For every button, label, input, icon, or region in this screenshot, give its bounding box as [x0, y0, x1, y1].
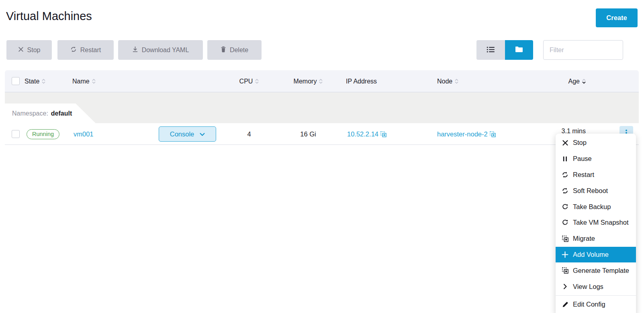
backup-icon	[561, 219, 569, 226]
delete-button-label: Delete	[230, 47, 248, 54]
menu-item-add-volume[interactable]: Add Volume	[556, 247, 636, 263]
vm-name-link[interactable]: vm001	[74, 130, 94, 138]
list-icon	[487, 46, 495, 54]
name-cell: vm001	[74, 123, 94, 145]
ip-address-link[interactable]: 10.52.2.14	[347, 130, 378, 138]
page-title: Virtual Machines	[6, 10, 92, 23]
chevron-down-icon	[200, 130, 205, 138]
node-cell: harvester-node-2	[437, 123, 496, 145]
select-all-checkbox[interactable]	[12, 77, 20, 85]
column-header-cpu[interactable]: CPU	[229, 70, 269, 92]
column-header-memory[interactable]: Memory	[286, 70, 330, 92]
cpu-cell: 4	[229, 123, 269, 145]
delete-button[interactable]: Delete	[207, 40, 262, 60]
restart-button-label: Restart	[80, 47, 101, 54]
state-cell: Running	[27, 123, 59, 145]
menu-item-stop[interactable]: Stop	[556, 135, 636, 151]
sort-icon	[92, 79, 96, 84]
sort-icon	[455, 79, 458, 84]
namespace-value: default	[51, 110, 72, 117]
view-mode-toggle	[476, 40, 533, 60]
sort-icon-desc	[582, 79, 586, 84]
ip-cell: 10.52.2.14	[347, 123, 386, 145]
stop-button[interactable]: Stop	[6, 40, 52, 60]
x-icon	[18, 47, 24, 54]
status-badge: Running	[27, 129, 59, 139]
sort-icon	[42, 79, 45, 84]
menu-item-view-logs[interactable]: View Logs	[556, 278, 636, 295]
row-checkbox[interactable]	[12, 130, 20, 138]
node-link[interactable]: harvester-node-2	[437, 130, 488, 138]
backup-icon	[561, 203, 569, 210]
menu-item-generate-template[interactable]: Generate Template	[556, 262, 636, 278]
download-icon	[132, 46, 138, 54]
refresh-icon	[70, 46, 77, 54]
filter-input[interactable]	[543, 40, 623, 60]
console-button-label: Console	[170, 130, 194, 138]
menu-item-soft-reboot[interactable]: Soft Reboot	[556, 183, 636, 199]
pause-icon	[561, 156, 569, 162]
column-header-ip-address: IP Address	[346, 70, 377, 92]
sort-icon	[319, 79, 323, 84]
download-yaml-button-label: Download YAML	[142, 47, 189, 54]
column-header-age[interactable]: Age	[522, 70, 586, 92]
refresh-icon	[561, 171, 569, 178]
menu-item-take-vm-snapshot[interactable]: Take VM Snapshot	[556, 215, 636, 231]
trash-icon	[221, 46, 226, 54]
menu-item-edit-config[interactable]: Edit Config	[556, 297, 636, 313]
copy-icon[interactable]	[380, 131, 386, 137]
menu-item-restart[interactable]: Restart	[556, 167, 636, 183]
column-header-state[interactable]: State	[25, 70, 45, 92]
chevron-right-icon	[561, 284, 569, 289]
x-icon	[561, 140, 569, 146]
pencil-icon	[561, 301, 569, 308]
restart-button[interactable]: Restart	[57, 40, 114, 60]
menu-divider	[556, 295, 636, 296]
create-button[interactable]: Create	[596, 8, 638, 27]
menu-item-pause[interactable]: Pause	[556, 151, 636, 167]
column-header-node[interactable]: Node	[437, 70, 458, 92]
memory-cell: 16 Gi	[286, 123, 330, 145]
menu-item-migrate[interactable]: Migrate	[556, 231, 636, 247]
group-row-namespace	[5, 92, 639, 123]
download-yaml-button[interactable]: Download YAML	[118, 40, 203, 60]
sort-icon	[255, 79, 259, 84]
refresh-icon	[561, 187, 569, 194]
stop-button-label: Stop	[27, 47, 41, 54]
namespace-label: Namespace:	[12, 110, 48, 117]
duplicate-icon	[561, 236, 569, 242]
row-action-menu: Stop Pause Restart Soft Reboot Take Back…	[556, 134, 636, 313]
virtual-machines-page: Virtual Machines Create Stop Restart Dow…	[0, 0, 644, 313]
folder-icon	[515, 46, 523, 54]
console-dropdown-button[interactable]: Console	[159, 126, 216, 142]
column-header-name[interactable]: Name	[72, 70, 96, 92]
copy-icon[interactable]	[490, 131, 496, 137]
list-view-button[interactable]	[476, 40, 505, 60]
grouped-view-button[interactable]	[505, 40, 534, 60]
duplicate-icon	[561, 267, 569, 274]
plus-icon	[561, 251, 569, 258]
menu-item-take-backup[interactable]: Take Backup	[556, 199, 636, 215]
